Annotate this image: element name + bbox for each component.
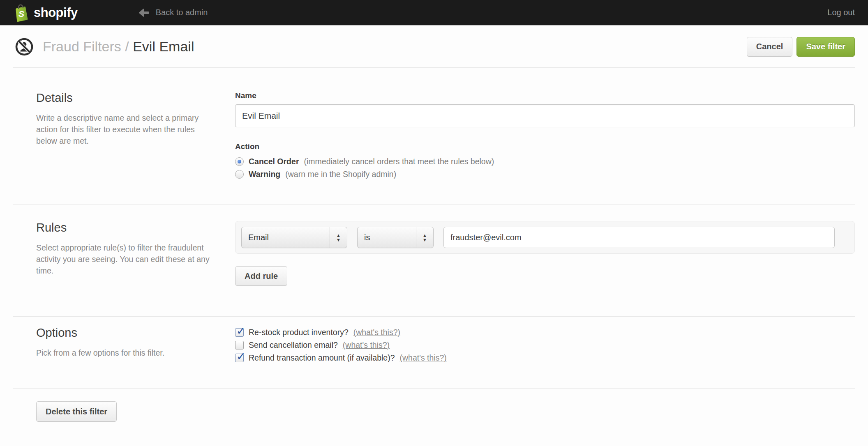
radio-cancel-order[interactable] [235,157,244,166]
logout-link[interactable]: Log out [827,8,855,17]
svg-text:S: S [18,9,24,18]
select-stepper-icon: ▲▼ [416,227,433,248]
rules-form: Email ▲▼ is ▲▼ Add rule [235,221,855,286]
shopify-bag-icon: S [13,4,29,22]
select-stepper-icon: ▲▼ [330,227,347,248]
page-footer: Delete this filter [0,389,868,422]
action-cancel-order-hint: (immediately cancel orders that meet the… [304,157,494,166]
rules-description: Select appropriate rule(s) to filter the… [36,242,213,276]
page-title: Fraud Filters / Evil Email [43,39,194,55]
breadcrumb[interactable]: Fraud Filters [43,39,121,54]
details-heading: Details [36,91,235,105]
action-warning-hint: (warn me in the Shopify admin) [285,170,396,179]
checkbox-cancellation-email[interactable] [235,341,244,349]
back-arrow-icon [139,8,149,17]
option-refund-whats-this-link[interactable]: (what's this?) [400,353,447,363]
page-header: Fraud Filters / Evil Email Cancel Save f… [0,26,868,67]
option-cancellation-whats-this-link[interactable]: (what's this?) [343,340,390,350]
rule-field-select[interactable]: Email ▲▼ [241,227,347,248]
cancel-button[interactable]: Cancel [747,37,793,57]
rule-field-value: Email [248,233,269,242]
name-input[interactable] [235,104,855,127]
options-section: Options Pick from a few options for this… [0,317,868,388]
option-restock-whats-this-link[interactable]: (what's this?) [353,328,400,337]
option-restock[interactable]: Re-stock product inventory? (what's this… [235,326,855,339]
checkbox-refund[interactable] [235,354,244,362]
details-form: Name Action Cancel Order (immediately ca… [235,91,855,181]
rule-operator-select[interactable]: is ▲▼ [357,227,434,248]
radio-warning[interactable] [235,170,244,179]
back-to-admin-link[interactable]: Back to admin [139,8,208,17]
details-description: Write a descriptive name and select a pr… [36,112,213,147]
option-refund-label: Refund transaction amount (if available)… [249,353,395,363]
action-label: Action [235,142,855,151]
save-filter-button[interactable]: Save filter [796,37,855,57]
action-option-warning[interactable]: Warning (warn me in the Shopify admin) [235,168,855,181]
rules-intro: Rules Select appropriate rule(s) to filt… [36,221,235,286]
details-intro: Details Write a descriptive name and sel… [36,91,235,181]
rule-operator-value: is [364,233,370,242]
rules-heading: Rules [36,221,235,234]
checkbox-restock[interactable] [235,328,244,337]
rule-row: Email ▲▼ is ▲▼ [235,221,855,254]
action-option-cancel-order[interactable]: Cancel Order (immediately cancel orders … [235,155,855,168]
topbar: S shopify Back to admin Log out [0,0,868,26]
back-to-admin-label: Back to admin [156,8,208,17]
delete-filter-button[interactable]: Delete this filter [36,401,117,422]
option-restock-label: Re-stock product inventory? [249,328,349,337]
breadcrumb-separator: / [125,39,129,54]
action-cancel-order-label: Cancel Order [249,157,299,166]
options-list: Re-stock product inventory? (what's this… [235,326,855,364]
fraud-filter-icon [15,37,34,56]
header-actions: Cancel Save filter [747,37,855,57]
add-rule-button[interactable]: Add rule [235,266,287,286]
name-label: Name [235,91,855,100]
option-cancellation-email-label: Send cancellation email? [249,340,338,350]
rule-value-input[interactable] [443,227,835,248]
action-warning-label: Warning [249,170,280,179]
page-title-current: Evil Email [133,39,194,54]
option-refund[interactable]: Refund transaction amount (if available)… [235,352,855,364]
options-description: Pick from a few options for this filter. [36,347,213,359]
shopify-logo[interactable]: S shopify [13,4,78,22]
shopify-wordmark: shopify [34,5,78,20]
details-section: Details Write a descriptive name and sel… [0,68,868,204]
options-heading: Options [36,326,235,340]
options-intro: Options Pick from a few options for this… [36,326,235,364]
option-cancellation-email[interactable]: Send cancellation email? (what's this?) [235,339,855,352]
rules-section: Rules Select appropriate rule(s) to filt… [0,205,868,316]
